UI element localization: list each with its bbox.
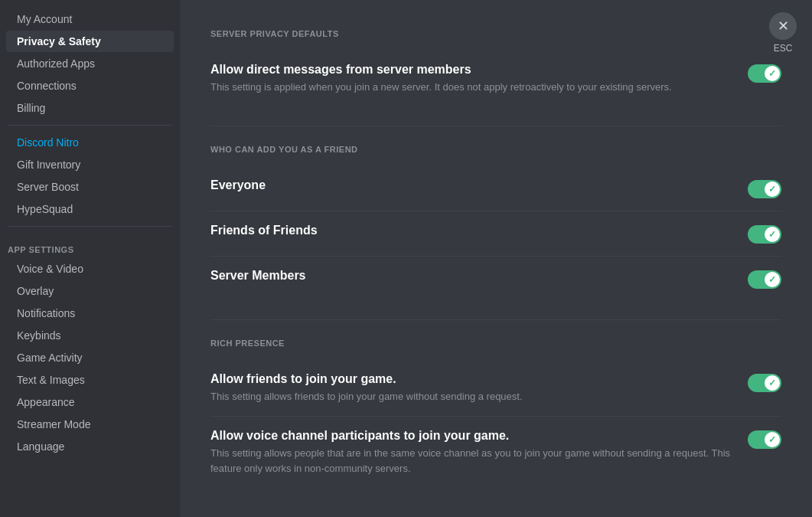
sidebar-item-billing[interactable]: Billing: [6, 97, 174, 119]
setting-allow-friends-join-desc: This setting allows friends to join your…: [210, 389, 732, 404]
sidebar-item-text-images[interactable]: Text & Images: [6, 369, 174, 391]
toggle-avp-check-icon: ✓: [768, 434, 776, 445]
esc-button[interactable]: ✕ ESC: [769, 12, 797, 54]
setting-everyone-text: Everyone: [210, 178, 748, 195]
setting-everyone-title: Everyone: [210, 178, 732, 192]
separator-2: [210, 319, 781, 320]
sidebar-app-settings-label: APP SETTINGS: [0, 233, 180, 257]
sidebar-item-authorized-apps[interactable]: Authorized Apps: [6, 53, 174, 74]
toggle-server-members[interactable]: ✓: [748, 270, 781, 289]
server-privacy-label: SERVER PRIVACY DEFAULTS: [210, 29, 781, 38]
sidebar-item-game-activity[interactable]: Game Activity: [6, 347, 174, 368]
toggle-fof-check-icon: ✓: [768, 229, 776, 240]
sidebar-divider-1: [8, 125, 172, 126]
sidebar-item-keybinds[interactable]: Keybinds: [6, 325, 174, 346]
sidebar-item-voice-video[interactable]: Voice & Video: [6, 258, 174, 280]
setting-allow-dm: Allow direct messages from server member…: [210, 51, 781, 107]
toggle-allow-friends-join[interactable]: ✓: [748, 374, 781, 392]
toggle-server-members-knob: ✓: [765, 272, 780, 287]
toggle-fof-knob: ✓: [765, 227, 780, 242]
sidebar-item-discord-nitro[interactable]: Discord Nitro: [6, 132, 174, 153]
sidebar-user-section: My Account Privacy & Safety Authorized A…: [0, 8, 180, 119]
setting-allow-dm-text: Allow direct messages from server member…: [210, 63, 748, 95]
toggle-friends-of-friends[interactable]: ✓: [748, 225, 781, 244]
main-content: ✕ ESC SERVER PRIVACY DEFAULTS Allow dire…: [180, 0, 812, 517]
setting-server-members-title: Server Members: [210, 269, 732, 283]
toggle-everyone-check-icon: ✓: [768, 184, 776, 195]
setting-allow-friends-join: Allow friends to join your game. This se…: [210, 360, 781, 417]
sidebar-item-notifications[interactable]: Notifications: [6, 303, 174, 324]
setting-server-members: Server Members ✓: [210, 257, 781, 301]
close-icon: ✕: [778, 19, 789, 33]
setting-allow-dm-title: Allow direct messages from server member…: [210, 63, 732, 77]
setting-allow-dm-desc: This setting is applied when you join a …: [210, 80, 732, 95]
setting-friends-of-friends: Friends of Friends ✓: [210, 211, 781, 257]
who-can-add-section: WHO CAN ADD YOU AS A FRIEND Everyone ✓ F…: [210, 145, 781, 301]
separator-1: [210, 126, 781, 126]
who-can-add-label: WHO CAN ADD YOU AS A FRIEND: [210, 145, 781, 154]
sidebar-item-gift-inventory[interactable]: Gift Inventory: [6, 154, 174, 175]
toggle-allow-dm-knob: ✓: [765, 66, 780, 81]
sidebar-divider-2: [8, 226, 172, 227]
toggle-avp-knob: ✓: [765, 432, 780, 447]
esc-circle: ✕: [769, 12, 797, 40]
setting-allow-voice-participants: Allow voice channel participants to join…: [210, 417, 781, 488]
sidebar-item-server-boost[interactable]: Server Boost: [6, 176, 174, 198]
server-privacy-section: SERVER PRIVACY DEFAULTS Allow direct mes…: [210, 29, 781, 107]
setting-fof-title: Friends of Friends: [210, 224, 732, 237]
sidebar-item-overlay[interactable]: Overlay: [6, 280, 174, 302]
sidebar-item-appearance[interactable]: Appearance: [6, 391, 174, 413]
setting-allow-voice-participants-desc: This setting allows people that are in t…: [210, 446, 732, 476]
sidebar-nitro-section: Discord Nitro Gift Inventory Server Boos…: [0, 132, 180, 220]
toggle-server-members-check-icon: ✓: [768, 274, 776, 285]
sidebar-item-connections[interactable]: Connections: [6, 75, 174, 97]
setting-everyone: Everyone ✓: [210, 166, 781, 211]
sidebar-item-hypesquad[interactable]: HypeSquad: [6, 198, 174, 220]
toggle-everyone-knob: ✓: [765, 182, 780, 197]
rich-presence-section: RICH PRESENCE Allow friends to join your…: [210, 339, 781, 489]
toggle-afj-knob: ✓: [765, 375, 780, 391]
sidebar-app-settings-section: APP SETTINGS Voice & Video Overlay Notif…: [0, 233, 180, 457]
sidebar-item-privacy-safety[interactable]: Privacy & Safety: [6, 31, 174, 52]
toggle-allow-voice-participants[interactable]: ✓: [748, 430, 781, 449]
rich-presence-label: RICH PRESENCE: [210, 339, 781, 348]
sidebar-item-streamer-mode[interactable]: Streamer Mode: [6, 414, 174, 435]
toggle-allow-dm[interactable]: ✓: [748, 64, 781, 83]
sidebar-item-language[interactable]: Language: [6, 436, 174, 457]
setting-fof-text: Friends of Friends: [210, 224, 748, 241]
setting-server-members-text: Server Members: [210, 269, 748, 286]
sidebar: My Account Privacy & Safety Authorized A…: [0, 0, 180, 517]
esc-label: ESC: [774, 43, 793, 54]
setting-allow-friends-join-text: Allow friends to join your game. This se…: [210, 372, 748, 404]
toggle-check-icon: ✓: [768, 68, 776, 79]
toggle-everyone[interactable]: ✓: [748, 180, 781, 198]
setting-allow-friends-join-title: Allow friends to join your game.: [210, 372, 732, 386]
setting-allow-voice-participants-text: Allow voice channel participants to join…: [210, 429, 748, 476]
setting-allow-voice-participants-title: Allow voice channel participants to join…: [210, 429, 732, 443]
sidebar-item-my-account[interactable]: My Account: [6, 8, 174, 30]
toggle-afj-check-icon: ✓: [768, 378, 776, 388]
